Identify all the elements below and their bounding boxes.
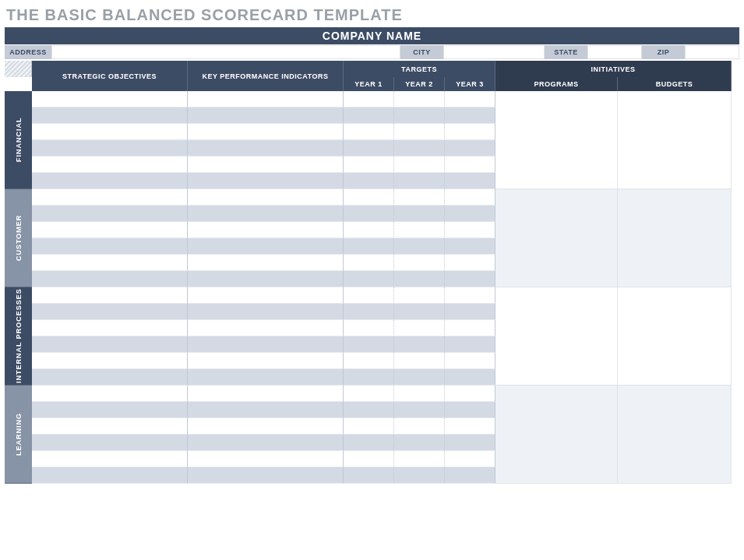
data-cell[interactable]: [32, 386, 188, 402]
data-cell[interactable]: [32, 271, 188, 287]
data-cell[interactable]: [344, 369, 394, 386]
data-cell[interactable]: [188, 157, 344, 173]
budgets-cell[interactable]: [618, 386, 732, 484]
data-cell[interactable]: [445, 402, 495, 418]
data-cell[interactable]: [445, 386, 495, 402]
data-cell[interactable]: [445, 157, 495, 173]
data-cell[interactable]: [344, 287, 394, 304]
data-cell[interactable]: [188, 320, 344, 336]
data-cell[interactable]: [445, 124, 495, 140]
data-cell[interactable]: [188, 255, 344, 271]
data-cell[interactable]: [394, 271, 445, 287]
data-cell[interactable]: [394, 255, 445, 271]
data-cell[interactable]: [445, 369, 495, 386]
data-cell[interactable]: [344, 206, 394, 222]
zip-input[interactable]: [685, 45, 739, 59]
data-cell[interactable]: [344, 255, 394, 271]
data-cell[interactable]: [445, 189, 495, 206]
data-cell[interactable]: [344, 435, 394, 451]
data-cell[interactable]: [188, 353, 344, 369]
data-cell[interactable]: [188, 238, 344, 255]
data-cell[interactable]: [394, 107, 445, 124]
data-cell[interactable]: [32, 238, 188, 255]
data-cell[interactable]: [188, 336, 344, 353]
data-cell[interactable]: [445, 304, 495, 320]
data-cell[interactable]: [394, 173, 445, 189]
data-cell[interactable]: [32, 402, 188, 418]
data-cell[interactable]: [344, 271, 394, 287]
data-cell[interactable]: [188, 369, 344, 386]
data-cell[interactable]: [344, 124, 394, 140]
data-cell[interactable]: [188, 222, 344, 238]
data-cell[interactable]: [344, 353, 394, 369]
data-cell[interactable]: [344, 107, 394, 124]
data-cell[interactable]: [32, 189, 188, 206]
data-cell[interactable]: [394, 336, 445, 353]
data-cell[interactable]: [32, 140, 188, 157]
data-cell[interactable]: [344, 320, 394, 336]
data-cell[interactable]: [344, 336, 394, 353]
data-cell[interactable]: [394, 222, 445, 238]
company-name-bar[interactable]: COMPANY NAME: [5, 27, 739, 44]
data-cell[interactable]: [32, 451, 188, 467]
city-input[interactable]: [443, 45, 545, 59]
data-cell[interactable]: [394, 189, 445, 206]
data-cell[interactable]: [32, 222, 188, 238]
data-cell[interactable]: [344, 386, 394, 402]
data-cell[interactable]: [344, 91, 394, 107]
data-cell[interactable]: [394, 451, 445, 467]
data-cell[interactable]: [344, 451, 394, 467]
data-cell[interactable]: [394, 353, 445, 369]
data-cell[interactable]: [188, 140, 344, 157]
state-input[interactable]: [587, 45, 642, 59]
data-cell[interactable]: [344, 222, 394, 238]
data-cell[interactable]: [394, 467, 445, 484]
data-cell[interactable]: [445, 287, 495, 304]
data-cell[interactable]: [32, 173, 188, 189]
data-cell[interactable]: [394, 91, 445, 107]
data-cell[interactable]: [445, 91, 495, 107]
data-cell[interactable]: [445, 173, 495, 189]
data-cell[interactable]: [188, 467, 344, 484]
data-cell[interactable]: [32, 124, 188, 140]
data-cell[interactable]: [445, 353, 495, 369]
data-cell[interactable]: [188, 418, 344, 435]
data-cell[interactable]: [32, 467, 188, 484]
data-cell[interactable]: [188, 402, 344, 418]
data-cell[interactable]: [32, 336, 188, 353]
data-cell[interactable]: [32, 287, 188, 304]
data-cell[interactable]: [188, 304, 344, 320]
data-cell[interactable]: [394, 238, 445, 255]
budgets-cell[interactable]: [618, 287, 732, 386]
data-cell[interactable]: [445, 336, 495, 353]
data-cell[interactable]: [344, 238, 394, 255]
data-cell[interactable]: [394, 304, 445, 320]
data-cell[interactable]: [32, 206, 188, 222]
data-cell[interactable]: [394, 386, 445, 402]
data-cell[interactable]: [394, 402, 445, 418]
data-cell[interactable]: [188, 124, 344, 140]
data-cell[interactable]: [394, 287, 445, 304]
data-cell[interactable]: [32, 91, 188, 107]
data-cell[interactable]: [344, 418, 394, 435]
data-cell[interactable]: [394, 320, 445, 336]
data-cell[interactable]: [344, 173, 394, 189]
data-cell[interactable]: [188, 287, 344, 304]
data-cell[interactable]: [445, 451, 495, 467]
data-cell[interactable]: [32, 157, 188, 173]
data-cell[interactable]: [188, 386, 344, 402]
budgets-cell[interactable]: [618, 91, 732, 189]
programs-cell[interactable]: [495, 287, 618, 386]
data-cell[interactable]: [32, 304, 188, 320]
data-cell[interactable]: [188, 451, 344, 467]
programs-cell[interactable]: [495, 189, 618, 287]
address-input[interactable]: [51, 45, 400, 59]
data-cell[interactable]: [445, 222, 495, 238]
data-cell[interactable]: [394, 418, 445, 435]
data-cell[interactable]: [188, 189, 344, 206]
data-cell[interactable]: [394, 140, 445, 157]
data-cell[interactable]: [394, 124, 445, 140]
data-cell[interactable]: [32, 435, 188, 451]
data-cell[interactable]: [445, 418, 495, 435]
data-cell[interactable]: [188, 435, 344, 451]
